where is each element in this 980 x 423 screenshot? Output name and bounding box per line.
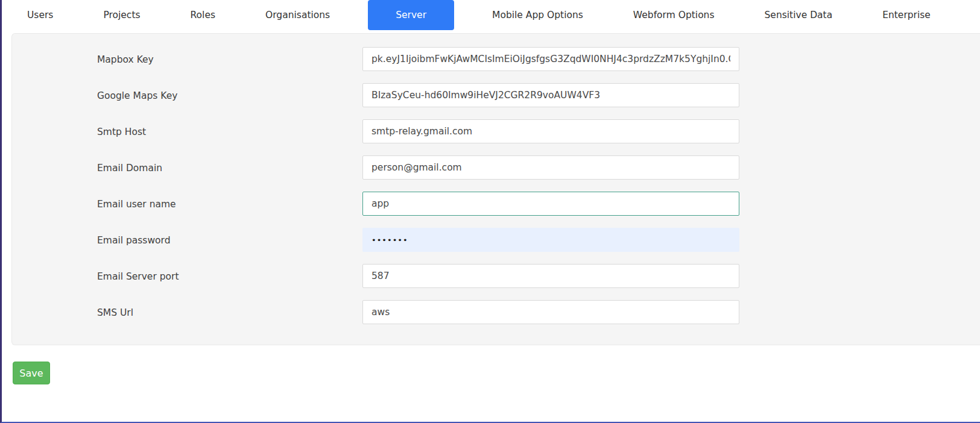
- email-server-port-input[interactable]: [362, 264, 739, 288]
- email-domain-input[interactable]: [362, 155, 739, 180]
- tab-organisations[interactable]: Organisations: [253, 0, 342, 30]
- tab-mobile-app-options[interactable]: Mobile App Options: [480, 0, 595, 30]
- smtp-host-label: Smtp Host: [97, 125, 362, 137]
- form-row-sms-url: SMS Url: [97, 300, 980, 324]
- tab-projects[interactable]: Projects: [91, 0, 152, 30]
- tab-roles[interactable]: Roles: [179, 0, 227, 30]
- form-row-email-password: Email password: [97, 228, 980, 252]
- email-server-port-label: Email Server port: [97, 270, 362, 282]
- form-row-mapbox-key: Mapbox Key: [97, 47, 980, 71]
- mapbox-key-label: Mapbox Key: [97, 53, 362, 65]
- email-user-name-label: Email user name: [97, 198, 362, 210]
- google-maps-key-label: Google Maps Key: [97, 89, 362, 101]
- form-row-email-user-name: Email user name: [97, 192, 980, 216]
- email-password-input[interactable]: [362, 228, 739, 252]
- google-maps-key-input[interactable]: [362, 83, 739, 107]
- form-row-smtp-host: Smtp Host: [97, 119, 980, 143]
- smtp-host-input[interactable]: [362, 119, 739, 143]
- tab-webform-options[interactable]: Webform Options: [621, 0, 727, 30]
- form-row-google-maps-key: Google Maps Key: [97, 83, 980, 107]
- sms-url-label: SMS Url: [97, 306, 362, 318]
- save-button[interactable]: Save: [13, 362, 50, 384]
- settings-tab-bar: Users Projects Roles Organisations Serve…: [2, 0, 980, 30]
- tab-server[interactable]: Server: [368, 0, 454, 30]
- settings-page: Users Projects Roles Organisations Serve…: [0, 0, 980, 423]
- tab-users[interactable]: Users: [15, 0, 65, 30]
- form-row-email-domain: Email Domain: [97, 155, 980, 180]
- email-user-name-input[interactable]: [362, 192, 739, 216]
- sms-url-input[interactable]: [362, 300, 739, 324]
- server-settings-panel: Mapbox Key Google Maps Key Smtp Host Ema…: [11, 33, 980, 345]
- form-row-email-server-port: Email Server port: [97, 264, 980, 288]
- mapbox-key-input[interactable]: [362, 47, 739, 71]
- tab-sensitive-data[interactable]: Sensitive Data: [753, 0, 845, 30]
- email-domain-label: Email Domain: [97, 161, 362, 174]
- email-password-label: Email password: [97, 234, 362, 246]
- tab-enterprise[interactable]: Enterprise: [870, 0, 943, 30]
